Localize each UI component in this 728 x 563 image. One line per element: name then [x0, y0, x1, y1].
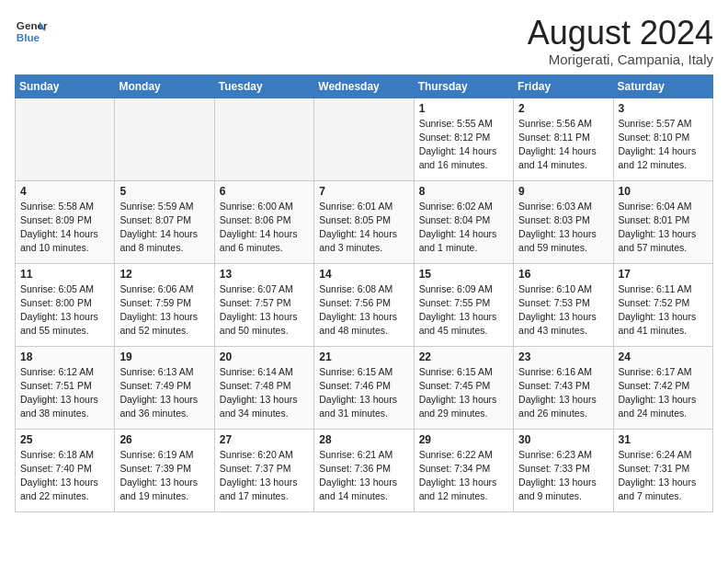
day-info: Sunrise: 6:18 AMSunset: 7:40 PMDaylight:…: [20, 448, 109, 504]
calendar-cell: 13Sunrise: 6:07 AMSunset: 7:57 PMDayligh…: [214, 263, 313, 346]
calendar-cell: 22Sunrise: 6:15 AMSunset: 7:45 PMDayligh…: [414, 346, 513, 429]
calendar-cell: 5Sunrise: 5:59 AMSunset: 8:07 PMDaylight…: [115, 180, 214, 263]
day-number: 8: [419, 185, 508, 198]
day-number: 21: [319, 350, 408, 363]
day-number: 30: [518, 433, 608, 446]
day-number: 22: [419, 350, 508, 363]
calendar-cell: 12Sunrise: 6:06 AMSunset: 7:59 PMDayligh…: [115, 263, 214, 346]
calendar-cell: [16, 98, 115, 180]
day-number: 15: [419, 268, 508, 281]
calendar-cell: 6Sunrise: 6:00 AMSunset: 8:06 PMDaylight…: [214, 180, 313, 263]
weekday-header-monday: Monday: [115, 75, 214, 98]
day-number: 4: [20, 185, 109, 198]
day-info: Sunrise: 6:15 AMSunset: 7:45 PMDaylight:…: [419, 365, 508, 421]
day-number: 20: [220, 350, 309, 363]
calendar-week-row: 25Sunrise: 6:18 AMSunset: 7:40 PMDayligh…: [16, 429, 713, 511]
day-number: 1: [419, 102, 508, 115]
day-info: Sunrise: 5:55 AMSunset: 8:12 PMDaylight:…: [419, 117, 508, 173]
calendar-cell: 30Sunrise: 6:23 AMSunset: 7:33 PMDayligh…: [514, 429, 613, 511]
day-info: Sunrise: 6:01 AMSunset: 8:05 PMDaylight:…: [319, 200, 408, 256]
day-info: Sunrise: 6:05 AMSunset: 8:00 PMDaylight:…: [20, 282, 109, 339]
day-number: 11: [20, 268, 109, 281]
calendar-cell: 11Sunrise: 6:05 AMSunset: 8:00 PMDayligh…: [16, 263, 115, 346]
page-header: General Blue August 2024 Morigerati, Cam…: [15, 15, 713, 67]
calendar-week-row: 1Sunrise: 5:55 AMSunset: 8:12 PMDaylight…: [16, 98, 713, 180]
day-info: Sunrise: 6:03 AMSunset: 8:03 PMDaylight:…: [518, 200, 608, 256]
day-number: 12: [119, 268, 209, 281]
day-info: Sunrise: 6:00 AMSunset: 8:06 PMDaylight:…: [220, 200, 309, 256]
weekday-header-tuesday: Tuesday: [214, 75, 313, 98]
day-info: Sunrise: 6:12 AMSunset: 7:51 PMDaylight:…: [20, 365, 109, 421]
calendar-cell: 19Sunrise: 6:13 AMSunset: 7:49 PMDayligh…: [115, 346, 214, 429]
day-number: 6: [220, 185, 309, 198]
calendar-cell: 15Sunrise: 6:09 AMSunset: 7:55 PMDayligh…: [414, 263, 513, 346]
day-info: Sunrise: 6:20 AMSunset: 7:37 PMDaylight:…: [220, 448, 309, 504]
day-info: Sunrise: 6:16 AMSunset: 7:43 PMDaylight:…: [518, 365, 608, 421]
calendar-cell: 18Sunrise: 6:12 AMSunset: 7:51 PMDayligh…: [16, 346, 115, 429]
calendar-cell: 17Sunrise: 6:11 AMSunset: 7:52 PMDayligh…: [613, 263, 712, 346]
calendar-cell: [214, 98, 313, 180]
day-info: Sunrise: 6:19 AMSunset: 7:39 PMDaylight:…: [119, 448, 209, 504]
day-number: 17: [619, 268, 708, 281]
day-number: 29: [419, 433, 508, 446]
weekday-header-sunday: Sunday: [16, 75, 115, 98]
calendar-cell: 8Sunrise: 6:02 AMSunset: 8:04 PMDaylight…: [414, 180, 513, 263]
day-number: 3: [619, 102, 708, 115]
calendar-cell: 29Sunrise: 6:22 AMSunset: 7:34 PMDayligh…: [414, 429, 513, 511]
day-number: 13: [220, 268, 309, 281]
day-number: 16: [518, 268, 608, 281]
calendar-table: SundayMondayTuesdayWednesdayThursdayFrid…: [15, 75, 713, 512]
day-info: Sunrise: 6:07 AMSunset: 7:57 PMDaylight:…: [220, 282, 309, 339]
calendar-cell: 20Sunrise: 6:14 AMSunset: 7:48 PMDayligh…: [214, 346, 313, 429]
day-info: Sunrise: 6:08 AMSunset: 7:56 PMDaylight:…: [319, 282, 408, 339]
calendar-cell: 27Sunrise: 6:20 AMSunset: 7:37 PMDayligh…: [214, 429, 313, 511]
day-info: Sunrise: 5:59 AMSunset: 8:07 PMDaylight:…: [119, 200, 209, 256]
day-info: Sunrise: 6:14 AMSunset: 7:48 PMDaylight:…: [220, 365, 309, 421]
day-number: 23: [518, 350, 608, 363]
calendar-cell: 24Sunrise: 6:17 AMSunset: 7:42 PMDayligh…: [613, 346, 712, 429]
calendar-cell: 1Sunrise: 5:55 AMSunset: 8:12 PMDaylight…: [414, 98, 513, 180]
month-year-title: August 2024: [528, 15, 713, 52]
day-number: 31: [619, 433, 708, 446]
day-number: 26: [119, 433, 209, 446]
day-info: Sunrise: 6:04 AMSunset: 8:01 PMDaylight:…: [619, 200, 708, 256]
day-info: Sunrise: 6:09 AMSunset: 7:55 PMDaylight:…: [419, 282, 508, 339]
day-info: Sunrise: 6:06 AMSunset: 7:59 PMDaylight:…: [119, 282, 209, 339]
day-info: Sunrise: 5:57 AMSunset: 8:10 PMDaylight:…: [619, 117, 708, 173]
day-number: 25: [20, 433, 109, 446]
day-info: Sunrise: 6:22 AMSunset: 7:34 PMDaylight:…: [419, 448, 508, 504]
day-number: 24: [619, 350, 708, 363]
day-info: Sunrise: 6:15 AMSunset: 7:46 PMDaylight:…: [319, 365, 408, 421]
day-number: 28: [319, 433, 408, 446]
calendar-cell: 4Sunrise: 5:58 AMSunset: 8:09 PMDaylight…: [16, 180, 115, 263]
svg-text:Blue: Blue: [17, 31, 40, 43]
weekday-header-saturday: Saturday: [613, 75, 712, 98]
calendar-week-row: 4Sunrise: 5:58 AMSunset: 8:09 PMDaylight…: [16, 180, 713, 263]
day-info: Sunrise: 5:58 AMSunset: 8:09 PMDaylight:…: [20, 200, 109, 256]
day-info: Sunrise: 6:17 AMSunset: 7:42 PMDaylight:…: [619, 365, 708, 421]
calendar-cell: 14Sunrise: 6:08 AMSunset: 7:56 PMDayligh…: [314, 263, 414, 346]
title-block: August 2024 Morigerati, Campania, Italy: [528, 15, 713, 67]
logo-icon: General Blue: [15, 15, 48, 48]
calendar-cell: 25Sunrise: 6:18 AMSunset: 7:40 PMDayligh…: [16, 429, 115, 511]
day-info: Sunrise: 6:13 AMSunset: 7:49 PMDaylight:…: [119, 365, 209, 421]
day-number: 9: [518, 185, 608, 198]
weekday-header-row: SundayMondayTuesdayWednesdayThursdayFrid…: [16, 75, 713, 98]
calendar-week-row: 11Sunrise: 6:05 AMSunset: 8:00 PMDayligh…: [16, 263, 713, 346]
calendar-cell: 10Sunrise: 6:04 AMSunset: 8:01 PMDayligh…: [613, 180, 712, 263]
calendar-week-row: 18Sunrise: 6:12 AMSunset: 7:51 PMDayligh…: [16, 346, 713, 429]
day-number: 14: [319, 268, 408, 281]
calendar-cell: 23Sunrise: 6:16 AMSunset: 7:43 PMDayligh…: [514, 346, 613, 429]
calendar-cell: 31Sunrise: 6:24 AMSunset: 7:31 PMDayligh…: [613, 429, 712, 511]
calendar-cell: 21Sunrise: 6:15 AMSunset: 7:46 PMDayligh…: [314, 346, 414, 429]
calendar-cell: 28Sunrise: 6:21 AMSunset: 7:36 PMDayligh…: [314, 429, 414, 511]
day-info: Sunrise: 6:23 AMSunset: 7:33 PMDaylight:…: [518, 448, 608, 504]
day-number: 7: [319, 185, 408, 198]
location-subtitle: Morigerati, Campania, Italy: [528, 52, 713, 67]
day-info: Sunrise: 6:02 AMSunset: 8:04 PMDaylight:…: [419, 200, 508, 256]
day-number: 10: [619, 185, 708, 198]
day-number: 5: [119, 185, 209, 198]
weekday-header-thursday: Thursday: [414, 75, 513, 98]
calendar-cell: 16Sunrise: 6:10 AMSunset: 7:53 PMDayligh…: [514, 263, 613, 346]
calendar-cell: [314, 98, 414, 180]
